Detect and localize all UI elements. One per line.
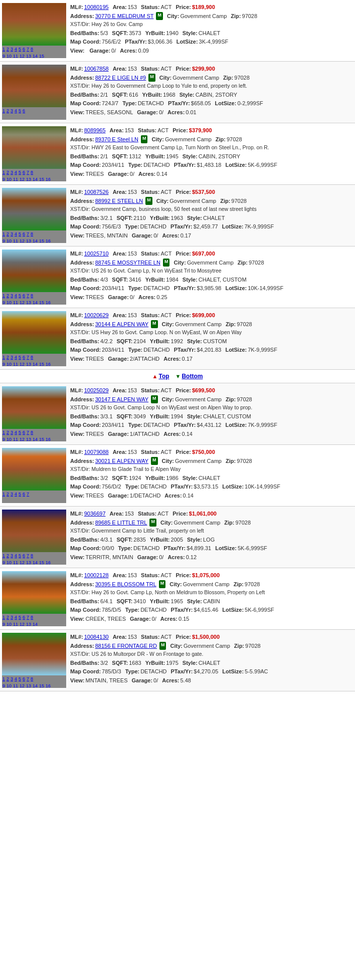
photo-number-7[interactable]: 7 xyxy=(26,170,30,175)
address-value[interactable]: 30395 E BLOSSOM TRL xyxy=(95,580,156,589)
photo-number-14[interactable]: 14 xyxy=(32,238,38,243)
ml-value[interactable]: 10002128 xyxy=(84,571,109,580)
photo-number-7[interactable]: 7 xyxy=(26,355,30,360)
photo-number-5[interactable]: 5 xyxy=(18,430,22,435)
photo-number-11[interactable]: 11 xyxy=(13,300,19,305)
photo-number-15[interactable]: 15 xyxy=(39,560,45,565)
map-badge[interactable]: M xyxy=(156,12,163,21)
photo-number-15[interactable]: 15 xyxy=(39,437,45,441)
photo-number-16[interactable]: 16 xyxy=(45,238,51,243)
listing-photo[interactable] xyxy=(2,3,66,46)
photo-number-7[interactable]: 7 xyxy=(26,293,30,298)
photo-number-11[interactable]: 11 xyxy=(13,54,19,58)
photo-number-5[interactable]: 5 xyxy=(18,615,22,620)
listing-photo[interactable] xyxy=(2,571,66,614)
photo-number-5[interactable]: 5 xyxy=(18,492,22,497)
photo-number-10[interactable]: 10 xyxy=(6,622,12,626)
photo-number-6[interactable]: 6 xyxy=(22,676,26,681)
ml-value[interactable]: 9036697 xyxy=(84,510,106,518)
photo-number-9[interactable]: 9 xyxy=(2,177,6,181)
photo-number-6[interactable]: 6 xyxy=(22,293,26,298)
photo-number-6[interactable]: 6 xyxy=(22,108,26,113)
photo-number-8[interactable]: 8 xyxy=(30,676,34,681)
bottom-nav-link[interactable]: Bottom xyxy=(182,373,203,380)
photo-number-6[interactable]: 6 xyxy=(22,430,26,435)
map-badge[interactable]: M xyxy=(151,320,158,329)
photo-number-5[interactable]: 5 xyxy=(18,355,22,360)
photo-number-3[interactable]: 3 xyxy=(10,430,14,435)
ml-value[interactable]: 10079088 xyxy=(84,448,109,456)
photo-number-11[interactable]: 11 xyxy=(13,437,19,441)
photo-number-14[interactable]: 14 xyxy=(32,683,38,688)
photo-number-1[interactable]: 1 xyxy=(2,108,6,113)
photo-number-1[interactable]: 1 xyxy=(2,355,6,360)
photo-number-5[interactable]: 5 xyxy=(18,170,22,175)
photo-number-7[interactable]: 7 xyxy=(26,615,30,620)
photo-number-5[interactable]: 5 xyxy=(18,293,22,298)
address-value[interactable]: 88992 E STEEL LN xyxy=(95,197,143,205)
photo-number-9[interactable]: 9 xyxy=(2,362,6,366)
photo-number-6[interactable]: 6 xyxy=(22,615,26,620)
photo-number-14[interactable]: 14 xyxy=(32,437,38,441)
photo-number-8[interactable]: 8 xyxy=(30,47,34,52)
top-nav-link[interactable]: Top xyxy=(158,373,169,380)
photo-number-1[interactable]: 1 xyxy=(2,47,6,52)
photo-number-10[interactable]: 10 xyxy=(6,560,12,565)
photo-number-3[interactable]: 3 xyxy=(10,170,14,175)
photo-number-2[interactable]: 2 xyxy=(6,47,10,52)
photo-number-7[interactable]: 7 xyxy=(26,676,30,681)
photo-number-10[interactable]: 10 xyxy=(6,437,12,441)
photo-number-16[interactable]: 16 xyxy=(45,300,51,305)
photo-number-3[interactable]: 3 xyxy=(10,676,14,681)
photo-number-12[interactable]: 12 xyxy=(19,437,25,441)
photo-number-3[interactable]: 3 xyxy=(10,553,14,558)
ml-value[interactable]: 10087526 xyxy=(84,188,109,196)
map-badge[interactable]: M xyxy=(145,197,152,205)
photo-number-2[interactable]: 2 xyxy=(6,492,10,497)
address-value[interactable]: 30144 E ALPEN WAY xyxy=(95,320,148,329)
photo-number-5[interactable]: 5 xyxy=(18,676,22,681)
photo-number-8[interactable]: 8 xyxy=(30,430,34,435)
photo-number-7[interactable]: 7 xyxy=(26,492,30,497)
photo-number-9[interactable]: 9 xyxy=(2,622,6,626)
photo-number-11[interactable]: 11 xyxy=(13,177,19,181)
photo-number-14[interactable]: 14 xyxy=(32,362,38,366)
map-badge[interactable]: M xyxy=(141,135,148,144)
photo-number-16[interactable]: 16 xyxy=(45,560,51,565)
map-badge[interactable]: M xyxy=(151,457,158,465)
photo-number-2[interactable]: 2 xyxy=(6,676,10,681)
photo-number-3[interactable]: 3 xyxy=(10,47,14,52)
photo-number-2[interactable]: 2 xyxy=(6,355,10,360)
address-value[interactable]: 88722 E LIGE LN #9 xyxy=(95,74,146,82)
photo-number-6[interactable]: 6 xyxy=(22,47,26,52)
photo-number-4[interactable]: 4 xyxy=(14,615,18,620)
photo-number-12[interactable]: 12 xyxy=(19,683,25,688)
ml-value[interactable]: 10067858 xyxy=(84,65,109,73)
photo-number-2[interactable]: 2 xyxy=(6,231,10,236)
photo-number-2[interactable]: 2 xyxy=(6,293,10,298)
photo-number-1[interactable]: 1 xyxy=(2,492,6,497)
ml-value[interactable]: 10025029 xyxy=(84,386,109,395)
photo-number-9[interactable]: 9 xyxy=(2,437,6,441)
photo-number-13[interactable]: 13 xyxy=(26,622,32,626)
photo-number-4[interactable]: 4 xyxy=(14,553,18,558)
photo-number-11[interactable]: 11 xyxy=(13,362,19,366)
photo-number-13[interactable]: 13 xyxy=(26,54,32,58)
photo-number-8[interactable]: 8 xyxy=(30,231,34,236)
photo-number-10[interactable]: 10 xyxy=(6,177,12,181)
map-badge[interactable]: M xyxy=(159,580,166,589)
photo-number-3[interactable]: 3 xyxy=(10,108,14,113)
map-badge[interactable]: M xyxy=(148,74,155,82)
photo-number-16[interactable]: 16 xyxy=(45,177,51,181)
photo-number-16[interactable]: 16 xyxy=(45,437,51,441)
listing-photo[interactable] xyxy=(2,448,66,491)
photo-number-4[interactable]: 4 xyxy=(14,170,18,175)
photo-number-8[interactable]: 8 xyxy=(30,293,34,298)
photo-number-12[interactable]: 12 xyxy=(19,622,25,626)
photo-number-4[interactable]: 4 xyxy=(14,108,18,113)
photo-number-14[interactable]: 14 xyxy=(32,177,38,181)
photo-number-9[interactable]: 9 xyxy=(2,300,6,305)
photo-number-9[interactable]: 9 xyxy=(2,683,6,688)
photo-number-5[interactable]: 5 xyxy=(18,108,22,113)
photo-number-13[interactable]: 13 xyxy=(26,560,32,565)
